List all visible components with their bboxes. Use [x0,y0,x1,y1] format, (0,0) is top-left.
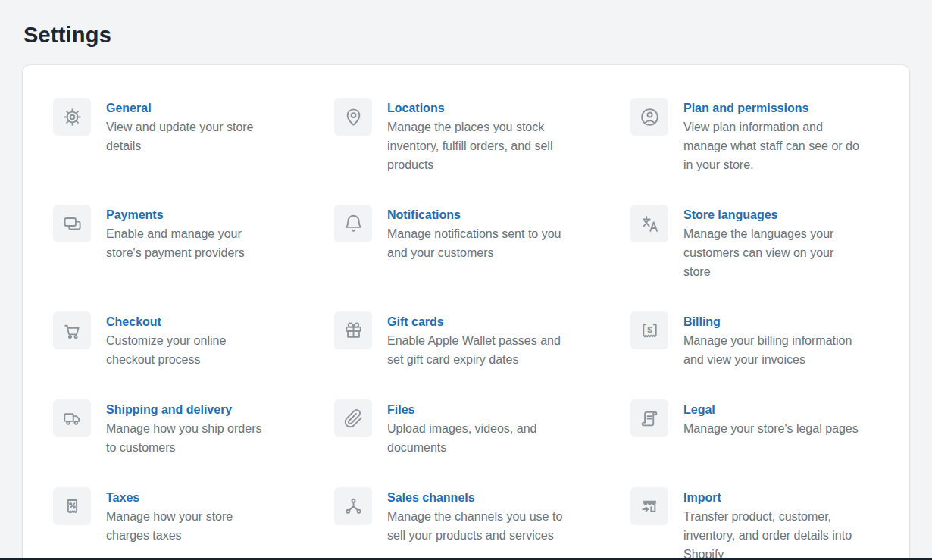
setting-description: Manage notifications sent to you and you… [387,227,561,259]
setting-description: Manage the places you stock inventory, f… [387,120,552,171]
setting-link[interactable]: Store languages [683,205,833,224]
truck-icon [53,399,91,437]
setting-item[interactable]: General View and update your store detai… [53,98,316,174]
setting-link[interactable]: Taxes [106,488,233,507]
setting-description: Manage the languages your customers can … [683,227,833,278]
setting-item[interactable]: Store languages Manage the languages you… [630,205,879,281]
setting-link[interactable]: Sales channels [387,488,562,507]
setting-description: View and update your store details [106,120,254,152]
svg-text:$: $ [647,324,652,333]
scroll-icon [630,399,668,437]
setting-link[interactable]: Checkout [106,312,226,331]
setting-link[interactable]: Import [683,488,852,507]
setting-description: Manage how you ship orders to customers [106,422,261,454]
setting-link[interactable]: Shipping and delivery [106,400,261,419]
setting-description: Enable and manage your store's payment p… [106,227,245,259]
setting-item[interactable]: Checkout Customize your online checkout … [53,311,316,369]
setting-link[interactable]: Files [387,400,536,419]
payment-cards-icon [53,205,91,242]
gift-icon [334,311,372,349]
setting-item[interactable]: Legal Manage your store's legal pages [630,399,879,457]
setting-item[interactable]: Plan and permissions View plan informati… [630,98,879,174]
network-icon [334,487,372,525]
setting-description: Enable Apple Wallet passes and set gift … [387,334,561,366]
setting-item[interactable]: Payments Enable and manage your store's … [53,205,316,281]
person-circle-icon [630,98,668,136]
setting-link[interactable]: Gift cards [387,312,561,331]
settings-card: General View and update your store detai… [23,65,909,560]
translate-icon [630,205,668,242]
setting-item[interactable]: Files Upload images, videos, and documen… [334,399,612,457]
setting-item[interactable]: Taxes Manage how your store charges taxe… [53,487,316,560]
setting-link[interactable]: Legal [683,400,859,419]
setting-item[interactable]: Shipping and delivery Manage how you shi… [53,399,316,457]
setting-description: Manage the channels you use to sell your… [387,510,562,542]
setting-link[interactable]: Locations [387,99,552,117]
setting-item[interactable]: $ Billing Manage your billing informatio… [630,311,879,369]
location-pin-icon [334,98,372,136]
setting-description: Customize your online checkout process [106,334,226,366]
setting-description: Manage how your store charges taxes [106,510,233,542]
setting-description: View plan information and manage what st… [683,120,859,171]
setting-description: Manage your billing information and view… [683,334,852,366]
setting-description: Upload images, videos, and documents [387,422,536,454]
gear-icon [53,98,91,136]
bell-icon [334,205,372,242]
setting-item[interactable]: Import Transfer product, customer, inven… [630,487,879,560]
setting-description: Transfer product, customer, inventory, a… [683,510,852,560]
setting-item[interactable]: Sales channels Manage the channels you u… [334,487,612,560]
setting-link[interactable]: General [106,99,254,117]
tax-receipt-icon [53,487,91,525]
billing-receipt-icon: $ [630,311,668,349]
setting-item[interactable]: Notifications Manage notifications sent … [334,205,612,281]
setting-link[interactable]: Payments [106,205,245,224]
setting-description: Manage your store's legal pages [683,422,859,435]
setting-link[interactable]: Billing [683,312,852,331]
setting-item[interactable]: Locations Manage the places you stock in… [334,98,612,174]
settings-grid: General View and update your store detai… [53,98,879,560]
paperclip-icon [334,399,372,437]
setting-link[interactable]: Notifications [387,205,561,224]
setting-item[interactable]: Gift cards Enable Apple Wallet passes an… [334,311,612,369]
cart-icon [53,311,91,349]
setting-link[interactable]: Plan and permissions [683,99,859,117]
storefront-import-icon [630,487,668,525]
page-title: Settings [0,0,932,48]
